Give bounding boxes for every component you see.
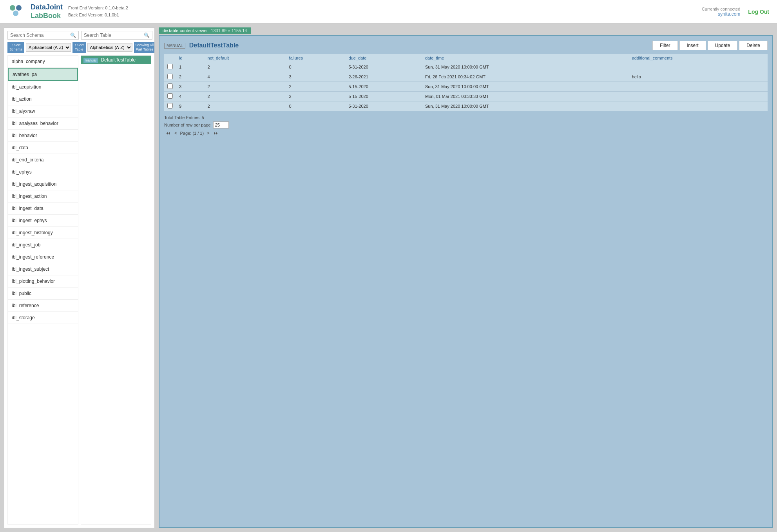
row-checkbox-cell[interactable] (164, 62, 176, 72)
pagination-area: Total Table Entries: 5 Number of row per… (164, 115, 768, 136)
table-item-selected[interactable]: manual DefaultTestTable (81, 56, 151, 64)
schema-item[interactable]: ibl_ingest_ephys (8, 215, 78, 227)
action-buttons: Filter Insert Update Delete (652, 41, 768, 50)
cell-additional-comments (629, 92, 768, 101)
filter-button[interactable]: Filter (652, 41, 678, 50)
sort-schema-button[interactable]: ↕ SortSchema (7, 42, 24, 53)
schema-item[interactable]: ibl_ingest_histology (8, 227, 78, 239)
row-checkbox[interactable] (167, 93, 173, 99)
cell-failures: 0 (286, 62, 346, 72)
schema-item[interactable]: ibl_ingest_subject (8, 263, 78, 275)
schema-item[interactable]: ibl_public (8, 288, 78, 300)
cell-not-default: 2 (205, 82, 286, 92)
schema-list: alpha_company avathes_pa ibl_acquisition… (7, 55, 78, 525)
schema-item[interactable]: ibl_ingest_data (8, 203, 78, 215)
col-header-date-time: date_time (422, 54, 629, 62)
schema-item[interactable]: ibl_end_criteria (8, 154, 78, 166)
schema-item[interactable]: ibl_reference (8, 300, 78, 312)
connected-info: Currently connected synita.com (702, 7, 740, 17)
schema-search-box[interactable]: 🔍 (7, 31, 79, 40)
schema-item[interactable]: ibl_plotting_behavior (8, 275, 78, 288)
schema-item[interactable]: ibl_ingest_acquisition (8, 178, 78, 190)
insert-button[interactable]: Insert (679, 41, 706, 50)
cell-date-time: Sun, 31 May 2020 10:00:00 GMT (422, 82, 629, 92)
schema-item[interactable]: ibl_ingest_action (8, 190, 78, 203)
cell-additional-comments (629, 82, 768, 92)
left-panel: 🔍 🔍 ↕ SortSchema Alphabetical (A-Z) Alph… (4, 27, 155, 528)
schema-item-selected[interactable]: avathes_pa (8, 68, 78, 81)
row-checkbox[interactable] (167, 103, 173, 109)
rows-per-page-input[interactable] (213, 121, 229, 128)
schema-item[interactable]: ibl_ephys (8, 166, 78, 178)
delete-button[interactable]: Delete (739, 41, 768, 50)
cell-failures: 2 (286, 92, 346, 101)
cell-date-time: Sun, 31 May 2020 10:00:00 GMT (422, 62, 629, 72)
schema-item[interactable]: alpha_company (8, 56, 78, 68)
schema-item[interactable]: ibl_ingest_job (8, 239, 78, 251)
cell-failures: 3 (286, 72, 346, 82)
cell-date-time: Fri, 26 Feb 2021 00:34:02 GMT (422, 72, 629, 82)
cell-not-default: 2 (205, 62, 286, 72)
schema-item[interactable]: ibl_ingest_reference (8, 251, 78, 263)
page-nav-row: ⏮ < Page: (1 / 1) > ⏭ (164, 130, 768, 136)
schema-item[interactable]: ibl_behavior (8, 130, 78, 142)
sort-schema-select[interactable]: Alphabetical (A-Z) Alphabetical (Z-A) (26, 43, 71, 52)
last-page-button[interactable]: ⏭ (212, 130, 220, 136)
prev-page-button[interactable]: < (173, 130, 179, 136)
table-list: manual DefaultTestTable (81, 55, 152, 525)
connected-label: Currently connected (702, 7, 740, 11)
row-checkbox-cell[interactable] (164, 92, 176, 101)
table-search-icon: 🔍 (144, 33, 150, 38)
tooltip-bar: div.table-content-viewer 1331.89 × 1155.… (159, 27, 251, 34)
cell-due-date: 5-15-2020 (346, 92, 422, 101)
cell-failures: 0 (286, 101, 346, 111)
update-button[interactable]: Update (708, 41, 738, 50)
right-section: div.table-content-viewer 1331.89 × 1155.… (159, 27, 773, 528)
svg-point-1 (16, 5, 22, 11)
sort-controls-row: ↕ SortSchema Alphabetical (A-Z) Alphabet… (7, 42, 151, 53)
sort-table-button[interactable]: ↕ SortTable (72, 42, 86, 53)
col-header-failures: failures (286, 54, 346, 62)
schema-search-input[interactable] (10, 33, 69, 38)
table-title-area: MANUAL DefaultTestTable (164, 42, 239, 49)
first-page-button[interactable]: ⏮ (164, 130, 172, 136)
cell-due-date: 5-31-2020 (346, 101, 422, 111)
total-entries: Total Table Entries: 5 (164, 115, 768, 120)
logo-icon (8, 3, 25, 20)
table-row: 3 2 2 5-15-2020 Sun, 31 May 2020 10:00:0… (164, 82, 768, 92)
schema-item[interactable]: ibl_alyxraw (8, 105, 78, 118)
page-info: Page: (1 / 1) (180, 131, 204, 136)
cell-date-time: Sun, 31 May 2020 10:00:00 GMT (422, 101, 629, 111)
row-checkbox-cell[interactable] (164, 101, 176, 111)
row-checkbox[interactable] (167, 74, 173, 79)
tooltip-dimensions: 1331.89 × 1155.14 (211, 28, 247, 33)
table-content-viewer: MANUAL DefaultTestTable Filter Insert Up… (159, 35, 773, 528)
app-name: DataJoint LabBook (31, 3, 63, 20)
svg-point-0 (10, 5, 15, 11)
row-checkbox[interactable] (167, 83, 173, 89)
schema-item[interactable]: ibl_storage (8, 312, 78, 324)
app-name-bottom: LabBook (31, 12, 63, 20)
col-header-due-date: due_date (346, 54, 422, 62)
backend-version: Back End Version: 0.1.0b1 (68, 12, 128, 19)
row-checkbox[interactable] (167, 64, 173, 69)
sort-table-select[interactable]: Alphabetical (A-Z) Alphabetical (Z-A) (87, 43, 132, 52)
col-header-id: id (176, 54, 205, 62)
table-row: 4 2 2 5-15-2020 Mon, 01 Mar 2021 03:33:3… (164, 92, 768, 101)
row-checkbox-cell[interactable] (164, 72, 176, 82)
logout-button[interactable]: Log Out (748, 9, 769, 15)
table-search-input[interactable] (84, 33, 143, 38)
schema-item[interactable]: ibl_data (8, 142, 78, 154)
schema-item[interactable]: ibl_action (8, 93, 78, 105)
cell-id: 3 (176, 82, 205, 92)
schema-item[interactable]: ibl_acquisition (8, 81, 78, 93)
next-page-button[interactable]: > (205, 130, 211, 136)
table-row: 2 4 3 2-26-2021 Fri, 26 Feb 2021 00:34:0… (164, 72, 768, 82)
table-search-box[interactable]: 🔍 (81, 31, 152, 40)
top-nav: DataJoint LabBook Front End Version: 0.1… (0, 0, 777, 24)
cell-not-default: 4 (205, 72, 286, 82)
show-all-parts-button[interactable]: Showing AllPart Tables (134, 42, 155, 53)
table-item-label: DefaultTestTable (101, 57, 136, 63)
row-checkbox-cell[interactable] (164, 82, 176, 92)
schema-item[interactable]: ibl_analyses_behavior (8, 118, 78, 130)
